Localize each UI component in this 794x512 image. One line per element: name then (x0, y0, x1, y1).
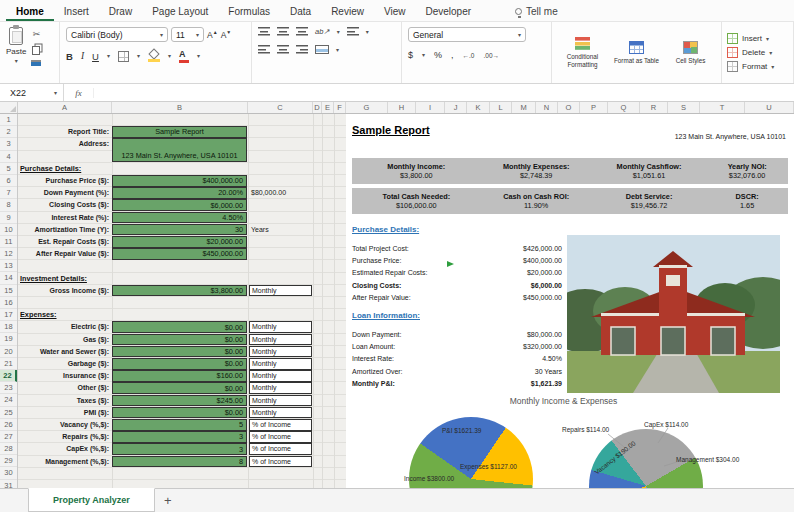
row-header-19[interactable]: 19 (0, 333, 17, 345)
input-cell[interactable]: $0.00 (112, 346, 247, 358)
ribbon-tab-draw[interactable]: Draw (99, 2, 142, 21)
increase-font-icon[interactable]: A▲ (207, 29, 218, 40)
row-header-26[interactable]: 26 (0, 419, 17, 431)
row-header-10[interactable]: 10 (0, 224, 17, 236)
format-as-table-button[interactable]: Format as Table (612, 41, 661, 64)
row-header-7[interactable]: 7 (0, 187, 17, 199)
column-header-p[interactable]: P (580, 102, 608, 113)
add-sheet-button[interactable]: + (155, 489, 181, 512)
conditional-formatting-button[interactable]: Conditional Formatting (558, 37, 607, 67)
input-cell[interactable]: 4.50% (112, 212, 247, 224)
format-painter-button[interactable] (31, 60, 41, 66)
column-header-o[interactable]: O (558, 102, 580, 113)
input-cell[interactable]: $400,000.00 (112, 175, 247, 187)
input-cell[interactable]: 5 (112, 419, 247, 431)
ribbon-tab-formulas[interactable]: Formulas (218, 2, 280, 21)
column-header-b[interactable]: B (112, 102, 248, 113)
align-right-icon[interactable] (296, 45, 308, 54)
row-header-29[interactable]: 29 (0, 455, 17, 467)
note-cell[interactable]: Monthly (249, 334, 312, 346)
align-middle-icon[interactable] (277, 27, 289, 36)
column-header-m[interactable]: M (512, 102, 536, 113)
row-header-23[interactable]: 23 (0, 382, 17, 394)
column-header-l[interactable]: L (490, 102, 512, 113)
wrap-text-icon[interactable] (347, 27, 359, 36)
input-cell[interactable]: $3,800.00 (112, 285, 247, 297)
column-header-t[interactable]: T (700, 102, 745, 113)
row-header-5[interactable]: 5 (0, 163, 17, 175)
font-color-icon[interactable]: A (179, 50, 189, 62)
paste-button[interactable]: Paste ▾ (6, 27, 26, 78)
align-left-icon[interactable] (258, 45, 270, 54)
row-header-6[interactable]: 6 (0, 175, 17, 187)
column-header-k[interactable]: K (467, 102, 490, 113)
column-header-u[interactable]: U (745, 102, 794, 113)
note-cell[interactable]: % of Income (249, 443, 312, 455)
column-header-j[interactable]: J (445, 102, 467, 113)
row-header-12[interactable]: 12 (0, 248, 17, 260)
format-cells-button[interactable]: Format ▾ (727, 61, 788, 72)
tell-me[interactable]: Tell me (515, 6, 558, 21)
row-header-2[interactable]: 2 (0, 126, 17, 138)
ribbon-tab-developer[interactable]: Developer (415, 2, 481, 21)
row-header-30[interactable]: 30 (0, 467, 17, 479)
column-header-n[interactable]: N (536, 102, 558, 113)
column-header-q[interactable]: Q (608, 102, 640, 113)
sheet-tab-property-analyzer[interactable]: Property Analyzer (28, 488, 155, 512)
row-header-31[interactable]: 31 (0, 480, 17, 488)
insert-function-button[interactable]: fx (64, 88, 94, 98)
input-cell[interactable]: 3 (112, 431, 247, 443)
bold-button[interactable]: B (66, 51, 73, 62)
increase-decimal-icon[interactable]: ←.0 (463, 52, 475, 59)
font-size-select[interactable]: 11 ▾ (171, 27, 204, 42)
note-cell[interactable]: Monthly (249, 321, 312, 333)
note-cell[interactable]: % of Income (249, 419, 312, 431)
row-header-18[interactable]: 18 (0, 321, 17, 333)
italic-button[interactable]: I (81, 51, 84, 61)
input-cell[interactable]: 123 Main St. Anywhere, USA 10101 (112, 138, 247, 162)
percent-button[interactable]: % (434, 50, 442, 60)
note-cell[interactable]: Monthly (249, 382, 312, 394)
input-cell[interactable]: $0.00 (112, 321, 247, 333)
row-header-4[interactable]: 4 (0, 151, 17, 163)
note-cell[interactable]: Monthly (249, 285, 312, 297)
input-cell[interactable]: $0.00 (112, 407, 247, 419)
copy-button[interactable] (32, 46, 40, 55)
row-header-24[interactable]: 24 (0, 394, 17, 406)
row-header-16[interactable]: 16 (0, 297, 17, 309)
underline-button[interactable]: U (92, 51, 99, 62)
column-header-r[interactable]: R (640, 102, 668, 113)
column-header-i[interactable]: I (416, 102, 445, 113)
input-cell[interactable]: 30 (112, 224, 247, 236)
input-cell[interactable]: $20,000.00 (112, 236, 247, 248)
note-cell[interactable]: % of Income (249, 431, 312, 443)
column-header-a[interactable]: A (18, 102, 112, 113)
align-bottom-icon[interactable] (296, 27, 308, 36)
ribbon-tab-review[interactable]: Review (321, 2, 374, 21)
ribbon-tab-page-layout[interactable]: Page Layout (142, 2, 218, 21)
column-header-c[interactable]: C (248, 102, 313, 113)
align-center-icon[interactable] (277, 45, 289, 54)
row-header-22[interactable]: 22 (0, 370, 17, 382)
input-cell[interactable]: 3 (112, 443, 247, 455)
input-cell[interactable]: $6,000.00 (112, 199, 247, 211)
name-box[interactable]: X22 ▾ (0, 84, 64, 101)
row-header-17[interactable]: 17 (0, 309, 17, 321)
input-cell[interactable]: 8 (112, 456, 247, 468)
input-cell[interactable]: $0.00 (112, 382, 247, 394)
ribbon-tab-data[interactable]: Data (280, 2, 321, 21)
formula-input[interactable] (94, 84, 794, 101)
currency-button[interactable]: $ (408, 50, 413, 60)
decrease-font-icon[interactable]: A▼ (221, 29, 232, 40)
note-cell[interactable]: % of Income (249, 456, 312, 468)
row-header-8[interactable]: 8 (0, 199, 17, 211)
row-header-21[interactable]: 21 (0, 358, 17, 370)
select-all-corner[interactable] (0, 102, 18, 113)
decrease-decimal-icon[interactable]: .00→ (483, 52, 499, 59)
row-header-13[interactable]: 13 (0, 260, 17, 272)
delete-cells-button[interactable]: Delete ▾ (727, 47, 788, 58)
row-header-15[interactable]: 15 (0, 285, 17, 297)
note-cell[interactable]: Monthly (249, 395, 312, 407)
row-header-28[interactable]: 28 (0, 443, 17, 455)
comma-button[interactable]: , (451, 50, 454, 60)
